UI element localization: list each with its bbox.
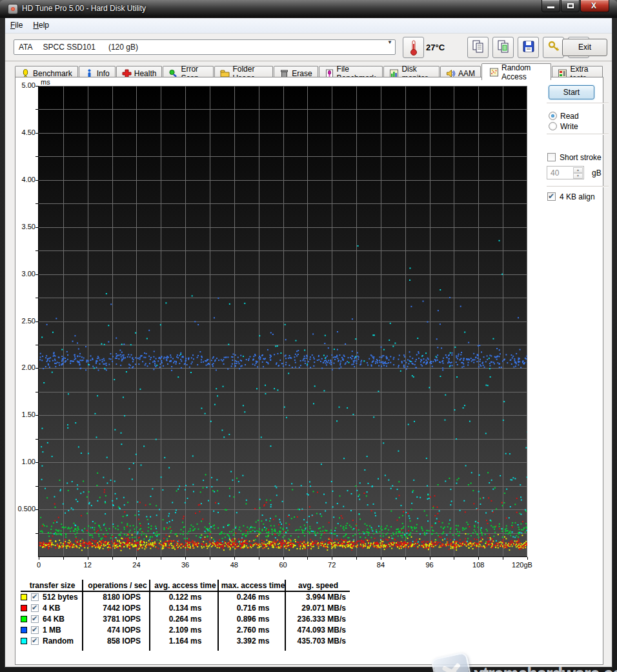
app-icon (8, 4, 18, 14)
table-cell: 8180 IOPS (84, 593, 141, 602)
y-axis-tick (35, 462, 39, 463)
drive-select-dropdown[interactable]: ATA SPCC SSD101 (120 gB) (14, 39, 396, 55)
maximize-button[interactable] (561, 0, 580, 12)
series-color-swatch (21, 605, 27, 611)
x-axis-tick (39, 557, 39, 560)
y-axis-tick (35, 180, 39, 181)
table-cell: 474.093 MB/s (287, 626, 346, 635)
series-color-swatch (21, 638, 27, 644)
4kb-align-checkbox[interactable] (547, 192, 556, 201)
table-cell: 512 bytes (43, 593, 88, 602)
menu-help[interactable]: Help (28, 18, 54, 32)
table-column-divider (149, 580, 150, 651)
save-icon (521, 39, 536, 56)
y-axis-tick-label: 3.50 (16, 223, 35, 230)
series-color-swatch (21, 627, 27, 633)
y-axis-unit-label: ms (41, 78, 50, 86)
x-axis-tick (454, 557, 454, 560)
table-cell: 0.716 ms (219, 604, 287, 613)
x-axis-tick-label: 108 (465, 561, 491, 569)
watermark-text: xtremehardware.com (474, 664, 617, 672)
series-visible-checkbox[interactable] (31, 626, 39, 634)
y-axis-tick-label: 0.500 (16, 505, 35, 513)
tab-random-access[interactable]: Random Access (481, 63, 552, 80)
x-axis-tick (112, 557, 113, 560)
close-button[interactable]: X (580, 0, 609, 12)
spinner-up-button[interactable]: ▲ (573, 167, 583, 173)
table-cell: 4 KB (43, 604, 88, 613)
copy-text-button[interactable] (467, 37, 489, 58)
y-axis-tick (35, 533, 39, 534)
table-header-1: operations / sec (84, 581, 151, 590)
table-cell: 0.896 ms (219, 615, 287, 624)
table-cell: 435.703 MB/s (287, 636, 346, 646)
x-axis-tick-label: 60 (270, 561, 296, 569)
table-cell: 0.246 ms (219, 593, 287, 602)
y-axis-tick (35, 274, 39, 275)
menu-bar: FileHelp (5, 18, 612, 34)
copy-text-icon (471, 39, 485, 56)
x-axis-tick (381, 557, 381, 560)
table-cell: 29.071 MB/s (287, 604, 346, 613)
series-color-swatch (21, 616, 27, 622)
table-cell: Random (43, 636, 88, 646)
watermark: xtremehardware.com (434, 655, 603, 672)
series-visible-checkbox[interactable] (31, 637, 39, 645)
short-stroke-size-field[interactable]: 40 ▲ ▼ (547, 166, 584, 179)
x-axis-tick-label: 72 (319, 561, 345, 569)
x-axis-tick (307, 557, 308, 560)
toolbar: ATA SPCC SSD101 (120 gB) ▼ 27°C Exit (5, 34, 612, 61)
menu-file[interactable]: File (5, 18, 28, 32)
window-body: FileHelp ATA SPCC SSD101 (120 gB) ▼ 27°C… (5, 18, 612, 667)
short-stroke-size-value: 40 (551, 168, 559, 178)
table-cell: 1 MB (43, 626, 88, 635)
y-axis-tick (35, 250, 39, 251)
table-cell: 0.264 ms (151, 615, 219, 624)
x-axis-tick (136, 557, 137, 560)
minimize-icon (547, 6, 554, 8)
app-window: HD Tune Pro 5.00 - Hard Disk Utility X F… (0, 0, 617, 672)
temperature-button[interactable] (403, 37, 424, 58)
x-axis-tick (283, 557, 284, 560)
y-axis-tick (35, 439, 39, 440)
short-stroke-checkbox[interactable] (547, 153, 556, 161)
options-keys-icon (547, 39, 561, 56)
write-radio[interactable] (549, 122, 557, 130)
minimize-button[interactable] (541, 0, 560, 12)
x-axis-tick-label: 48 (221, 561, 247, 569)
y-axis-tick (35, 227, 39, 228)
x-axis-tick (259, 557, 259, 560)
x-axis-tick (185, 557, 186, 560)
x-axis-tick (63, 557, 64, 560)
series-visible-checkbox[interactable] (31, 615, 39, 623)
tab-label: Random Access (501, 63, 544, 81)
series-color-swatch (21, 594, 27, 600)
series-visible-checkbox[interactable] (31, 593, 39, 601)
y-axis-tick-label: 2.50 (16, 317, 35, 325)
options-keys-button[interactable] (543, 37, 564, 58)
read-radio[interactable] (549, 112, 557, 120)
start-button[interactable]: Start (549, 85, 594, 99)
y-axis-tick (35, 368, 39, 369)
random-access-icon (489, 68, 499, 77)
write-label: Write (560, 122, 578, 131)
table-cell: 2.760 ms (219, 626, 287, 635)
save-button[interactable] (518, 37, 539, 58)
y-axis-tick-label: 2.00 (16, 363, 35, 371)
y-axis-tick (35, 86, 39, 87)
x-axis-tick (356, 557, 357, 560)
x-axis-tick-label: 24 (123, 561, 149, 569)
x-axis-tick (88, 557, 88, 560)
copy-image-button[interactable] (492, 37, 514, 58)
exit-button[interactable]: Exit (562, 39, 607, 56)
xtremehardware-logo-icon (430, 652, 472, 672)
close-icon: X (591, 1, 596, 10)
series-visible-checkbox[interactable] (31, 604, 39, 612)
spinner-down-button[interactable]: ▼ (573, 173, 583, 179)
x-axis-tick-label: 96 (417, 561, 443, 569)
table-header-rule (21, 591, 350, 592)
x-axis-tick (527, 557, 528, 560)
y-axis-tick (35, 509, 39, 510)
random-access-scatter-chart (38, 86, 527, 557)
y-axis-tick-label: 4.00 (16, 176, 35, 183)
